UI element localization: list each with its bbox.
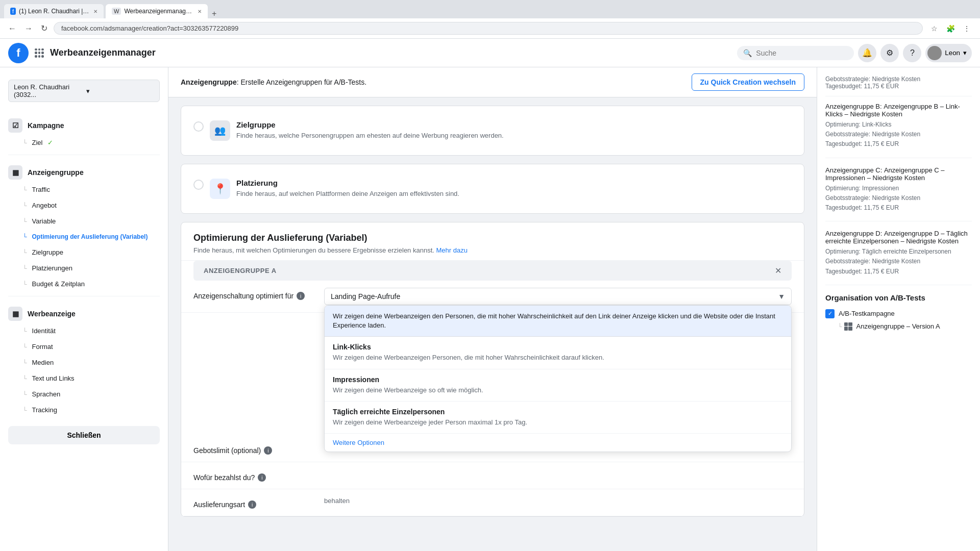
page-header: Anzeigengruppe: Erstelle Anzeigengruppen… <box>168 67 817 97</box>
partial-budget: Tagesbudget: 11,75 € EUR <box>825 83 972 90</box>
anzeigengruppe-d: Anzeigengruppe D: Anzeigengruppe D – Täg… <box>825 230 972 285</box>
dropdown-selected-item: Wir zeigen deine Werbeanzeigen den Perso… <box>325 306 791 337</box>
dropdown-container: Landing Page-Aufrufe ▼ Wir zeigen deine … <box>324 288 792 305</box>
platzierung-option-content: Platzierung Finde heraus, auf welchen Pl… <box>236 179 459 198</box>
optimization-card: Optimierung der Auslieferung (Variabel) … <box>181 222 804 517</box>
notifications-button[interactable]: 🔔 <box>858 44 876 62</box>
forward-button[interactable]: → <box>22 22 35 35</box>
tracking-label: Tracking <box>32 406 57 414</box>
format-tree-icon: └ <box>22 343 27 350</box>
help-button[interactable]: ? <box>903 44 921 62</box>
sidebar-item-format[interactable]: └ Format <box>18 339 168 355</box>
sidebar-item-tracking[interactable]: └ Tracking <box>18 402 168 418</box>
ab-kampagne-icon: ✓ <box>825 309 835 318</box>
wofuer-info-icon[interactable]: i <box>258 473 266 482</box>
anzeigengruppe-icon: ▦ <box>8 165 22 180</box>
sidebar-item-optimierung[interactable]: └ Optimierung der Auslieferung (Variabel… <box>18 229 168 244</box>
account-selector[interactable]: Leon R. Chaudhari (3032... ▾ <box>8 80 160 102</box>
dropdown-option-taeglich[interactable]: Täglich erreichte Einzelpersonen Wir zei… <box>325 402 791 434</box>
back-button[interactable]: ← <box>6 22 18 35</box>
quick-creation-button[interactable]: Zu Quick Creation wechseln <box>692 73 805 91</box>
dropdown-more-options[interactable]: Weitere Optionen <box>325 434 791 452</box>
version-a-label: Anzeigengruppe – Version A <box>856 322 940 330</box>
sidebar-item-medien[interactable]: └ Medien <box>18 355 168 370</box>
grid-icon-version-a <box>844 322 852 331</box>
dropdown-selected-label: Landing Page-Aufrufe <box>331 292 400 300</box>
sidebar-item-traffic[interactable]: └ Traffic <box>18 182 168 197</box>
sidebar-item-variable[interactable]: └ Variable <box>18 213 168 229</box>
angebot-label: Angebot <box>32 202 57 209</box>
platzierung-option-title: Platzierung <box>236 179 459 187</box>
browser-chrome: f (1) Leon R. Chaudhari | Fa... ✕ W Werb… <box>0 0 980 18</box>
tab2-close[interactable]: ✕ <box>198 9 202 14</box>
dropdown-option-link-klicks[interactable]: Link-Klicks Wir zeigen deine Werbeanzeig… <box>325 337 791 369</box>
sidebar-section-header-kampagne[interactable]: ☑ Kampagne <box>0 112 168 135</box>
gebotslimit-info-icon[interactable]: i <box>264 446 272 455</box>
sidebar-item-platzierungen[interactable]: └ Platzierungen <box>18 260 168 276</box>
anzeigengruppe-b: Anzeigengruppe B: Anzeigengruppe B – Lin… <box>825 103 972 158</box>
zielgruppe-sub-label: Zielgruppe <box>32 248 63 256</box>
dropdown-selected-description: Wir zeigen deine Werbeanzeigen den Perso… <box>333 312 783 330</box>
werbeanzeige-sub: └ Identität └ Format └ Medien └ Text und… <box>0 323 168 418</box>
sidebar-item-budget[interactable]: └ Budget & Zeitplan <box>18 276 168 292</box>
optimierung-label: Optimierung der Auslieferung (Variabel) <box>32 233 148 240</box>
angebot-tree-icon: └ <box>22 202 27 209</box>
extension-icon[interactable]: 🧩 <box>943 21 958 36</box>
sidebar-item-angebot[interactable]: └ Angebot <box>18 197 168 213</box>
tab1-close[interactable]: ✕ <box>93 9 97 14</box>
nav-icons: ☆ 🧩 ⋮ <box>927 21 974 36</box>
platzierungen-tree-icon: └ <box>22 265 27 272</box>
sidebar-item-text-links[interactable]: └ Text und Links <box>18 370 168 386</box>
address-text: facebook.com/adsmanager/creation?act=303… <box>61 24 238 32</box>
opt-header: Optimierung der Auslieferung (Variabel) … <box>181 222 804 261</box>
browser-tab-1[interactable]: f (1) Leon R. Chaudhari | Fa... ✕ <box>4 4 104 18</box>
menu-icon[interactable]: ⋮ <box>960 21 974 36</box>
page-title: Anzeigengruppe: Erstelle Anzeigengruppen… <box>181 78 366 86</box>
sidebar-item-ziel[interactable]: └ Ziel ✓ <box>18 135 168 151</box>
auslieferungsart-info-icon[interactable]: i <box>248 500 256 509</box>
account-chevron-icon: ▾ <box>86 87 155 95</box>
partial-strategy: Gebotsstrategie: Niedrigste Kosten <box>825 76 972 83</box>
kampagne-label: Kampagne <box>28 121 64 130</box>
sidebar-section-header-werbeanzeige[interactable]: ▦ Werbeanzeige <box>0 300 168 323</box>
ag-d-title: Anzeigengruppe D: Anzeigengruppe D – Täg… <box>825 230 972 245</box>
zielgruppe-option: 👥 Zielgruppe Finde heraus, welche Person… <box>181 106 804 155</box>
sidebar-item-zielgruppe[interactable]: └ Zielgruppe <box>18 244 168 260</box>
close-button[interactable]: Schließen <box>8 426 160 444</box>
app-title: Werbeanzeigenmanager <box>50 47 156 58</box>
version-a-icon: └ <box>838 322 852 331</box>
platzierung-option-icon: 📍 <box>210 179 230 199</box>
org-item-kampagne: ✓ A/B-Testkampagne <box>825 307 972 320</box>
zielgruppe-radio[interactable] <box>193 121 204 132</box>
medien-label: Medien <box>32 359 54 366</box>
address-bar[interactable]: facebook.com/adsmanager/creation?act=303… <box>54 22 923 35</box>
anzeigenschaltung-info-icon[interactable]: i <box>297 292 305 300</box>
sidebar-item-identitaet[interactable]: └ Identität <box>18 323 168 339</box>
form-row-wofuer: Wofür bezahlst du? i <box>181 462 804 489</box>
user-menu-button[interactable]: Leon ▾ <box>925 44 972 62</box>
sidebar-item-sprachen[interactable]: └ Sprachen <box>18 386 168 402</box>
auslieferungsart-label: Auslieferungsart i <box>193 496 316 509</box>
impressionen-desc: Wir zeigen deine Werbeanzeige so oft wie… <box>333 386 783 395</box>
werbeanzeige-icon: ▦ <box>8 307 22 321</box>
ziel-label: Ziel <box>32 139 43 146</box>
gebotslimit-label: Gebotslimit (optional) i <box>193 442 316 455</box>
opt-more-link[interactable]: Mehr dazu <box>436 246 468 254</box>
dropdown-option-impressionen[interactable]: Impressionen Wir zeigen deine Werbeanzei… <box>325 369 791 402</box>
browser-tab-2[interactable]: W Werbeanzeigenmanager - Cr... ✕ <box>106 4 208 18</box>
sidebar-section-header-anzeigengruppe[interactable]: ▦ Anzeigengruppe <box>0 159 168 182</box>
dropdown-button[interactable]: Landing Page-Aufrufe ▼ <box>324 288 792 305</box>
platzierung-radio[interactable] <box>193 180 204 190</box>
close-anzeigengruppe-button[interactable]: ✕ <box>775 266 781 276</box>
bookmark-icon[interactable]: ☆ <box>927 21 941 36</box>
behalten-text: behalten <box>324 497 350 505</box>
search-input[interactable] <box>756 49 848 57</box>
new-tab-button[interactable]: + <box>210 9 218 18</box>
org-title: Organisation von A/B-Tests <box>825 293 972 302</box>
identitaet-tree-icon: └ <box>22 328 27 335</box>
tab1-label: (1) Leon R. Chaudhari | Fa... <box>19 8 90 15</box>
org-sub-item-version-a: └ Anzeigengruppe – Version A <box>825 320 972 333</box>
settings-button[interactable]: ⚙ <box>880 44 899 62</box>
refresh-button[interactable]: ↻ <box>39 21 50 35</box>
ag-c-title: Anzeigengruppe C: Anzeigengruppe C – Imp… <box>825 166 972 182</box>
